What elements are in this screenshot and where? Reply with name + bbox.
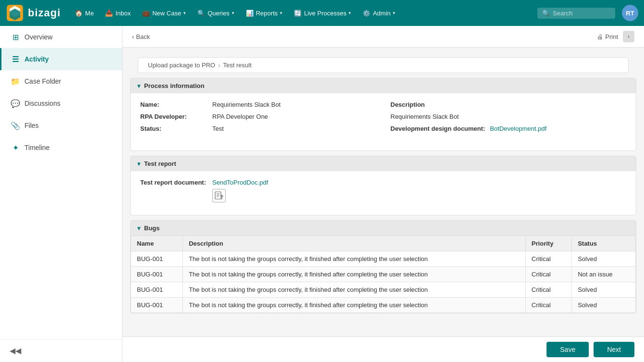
- sidebar-item-timeline[interactable]: ✦ Timeline: [0, 137, 122, 159]
- process-info-title: Process information: [144, 82, 205, 89]
- nav-me-label: Me: [85, 10, 94, 17]
- gear-icon: ⚙️: [363, 10, 370, 17]
- description-value: Requiriements Slack Bot: [390, 113, 459, 120]
- bug-status-1: Not an issue: [572, 267, 636, 282]
- bugs-header-row: Name Description Priority Status: [131, 236, 636, 251]
- nav-queries[interactable]: 🔍 Queries ▾: [193, 7, 239, 20]
- sidebar-activity-label: Activity: [24, 55, 49, 63]
- table-row[interactable]: BUG-001 The bot is not taking the groups…: [131, 251, 636, 267]
- sidebar-item-activity[interactable]: ☰ Activity: [0, 48, 122, 70]
- sidebar-item-files[interactable]: 📎 Files: [0, 114, 122, 137]
- reports-caret: ▾: [280, 11, 282, 15]
- test-report-header: ▾ Test report: [131, 156, 636, 171]
- table-row[interactable]: BUG-001 The bot is not taking the groups…: [131, 267, 636, 282]
- next-button[interactable]: Next: [594, 342, 634, 357]
- nav-new-case-label: New Case: [152, 10, 181, 17]
- bug-desc-2: The bot is not taking the groups correct…: [183, 282, 526, 298]
- logo[interactable]: bizagi: [6, 4, 61, 22]
- sidebar-files-label: Files: [24, 122, 39, 129]
- test-report-doc-label: Test report document:: [140, 179, 207, 186]
- search-bar: 🔍: [537, 8, 615, 19]
- design-doc-link[interactable]: BotDevelopment.pdf: [490, 125, 547, 132]
- inbox-icon: 📥: [105, 10, 113, 17]
- sidebar: ⊞ Overview ☰ Activity 📁 Case Folder 💬 Di…: [0, 26, 122, 362]
- bugs-table-body: BUG-001 The bot is not taking the groups…: [131, 251, 636, 313]
- sidebar-item-case-folder[interactable]: 📁 Case Folder: [0, 70, 122, 92]
- test-report-body: Test report document: SendToProdDoc.pdf: [131, 171, 636, 215]
- sidebar-item-overview[interactable]: ⊞ Overview: [0, 26, 122, 48]
- bug-priority-1: Critical: [525, 267, 571, 282]
- bug-name-3: BUG-001: [131, 298, 183, 313]
- process-info-left: Name: Requiriements Slack Bot RPA Develo…: [140, 101, 376, 137]
- bug-name-0: BUG-001: [131, 251, 183, 267]
- collapse-sidebar-button[interactable]: ◀◀: [10, 347, 21, 355]
- search-input[interactable]: [553, 10, 610, 17]
- bugs-table: Name Description Priority Status BUG-001…: [131, 236, 636, 313]
- queries-caret: ▾: [232, 11, 234, 15]
- upload-button[interactable]: [212, 189, 226, 202]
- design-doc-field: Development design document: BotDevelopm…: [390, 125, 626, 132]
- nav-new-case[interactable]: 💼 New Case ▾: [137, 7, 191, 20]
- bugs-toggle[interactable]: ▾: [137, 225, 140, 232]
- back-label: Back: [136, 33, 150, 40]
- back-button[interactable]: ‹ Back: [132, 33, 150, 40]
- nav-admin[interactable]: ⚙️ Admin ▾: [358, 7, 400, 20]
- collapse-panel-button[interactable]: ›: [623, 31, 634, 42]
- name-field: Name: Requiriements Slack Bot: [140, 101, 376, 108]
- col-status: Status: [572, 236, 636, 251]
- bugs-section: ▾ Bugs Name Description Priority Status: [130, 220, 636, 313]
- refresh-icon: 🔄: [294, 10, 302, 17]
- home-icon: 🏠: [75, 10, 83, 17]
- table-row[interactable]: BUG-001 The bot is not taking the groups…: [131, 282, 636, 298]
- status-value: Test: [212, 125, 224, 132]
- print-icon: 🖨: [597, 33, 603, 40]
- bug-priority-3: Critical: [525, 298, 571, 313]
- process-info-toggle[interactable]: ▾: [137, 83, 140, 89]
- status-label: Status:: [140, 125, 207, 132]
- status-field: Status: Test: [140, 125, 376, 132]
- test-report-doc-link[interactable]: SendToProdDoc.pdf: [212, 179, 268, 186]
- bug-desc-0: The bot is not taking the groups correct…: [183, 251, 526, 267]
- process-info-row: Name: Requiriements Slack Bot RPA Develo…: [140, 101, 626, 137]
- process-info-body: Name: Requiriements Slack Bot RPA Develo…: [131, 93, 636, 150]
- print-button[interactable]: 🖨 Print: [597, 33, 618, 40]
- breadcrumb-part-2: Test result: [223, 62, 252, 69]
- content-area: ‹ Back 🖨 Print › Upload package to PRO ›…: [122, 26, 644, 362]
- sidebar-timeline-label: Timeline: [24, 144, 49, 151]
- nav-inbox[interactable]: 📥 Inbox: [100, 7, 135, 20]
- bug-priority-0: Critical: [525, 251, 571, 267]
- list-icon: ☰: [11, 55, 20, 63]
- logo-text: bizagi: [28, 7, 61, 19]
- nav-live-processes[interactable]: 🔄 Live Processes ▾: [289, 7, 356, 20]
- briefcase-icon: 💼: [142, 10, 150, 17]
- rpa-dev-value: RPA Developer One: [212, 113, 268, 120]
- design-doc-label: Development design document:: [390, 125, 485, 132]
- process-info-section: ▾ Process information Name: Requiriement…: [130, 78, 636, 151]
- nav-inbox-label: Inbox: [115, 10, 131, 17]
- bug-priority-2: Critical: [525, 282, 571, 298]
- nav-queries-label: Queries: [207, 10, 230, 17]
- nav-reports[interactable]: 📊 Reports ▾: [241, 7, 288, 20]
- search-icon: 🔍: [542, 10, 550, 17]
- bug-name-1: BUG-001: [131, 267, 183, 282]
- sidebar-item-discussions[interactable]: 💬 Discussions: [0, 92, 122, 114]
- bug-status-0: Solved: [572, 251, 636, 267]
- avatar[interactable]: RT: [622, 5, 638, 21]
- col-name: Name: [131, 236, 183, 251]
- col-description: Description: [183, 236, 526, 251]
- save-button[interactable]: Save: [547, 342, 589, 357]
- table-row[interactable]: BUG-001 The bot is not taking the groups…: [131, 298, 636, 313]
- new-case-caret: ▾: [183, 11, 186, 15]
- bug-status-3: Solved: [572, 298, 636, 313]
- rpa-dev-label: RPA Developer:: [140, 113, 207, 120]
- live-processes-caret: ▾: [349, 11, 351, 15]
- nav-reports-label: Reports: [256, 10, 278, 17]
- folder-icon: 📁: [11, 77, 20, 86]
- test-report-toggle[interactable]: ▾: [137, 161, 140, 167]
- chart-icon: 📊: [246, 10, 254, 17]
- nav-me[interactable]: 🏠 Me: [70, 7, 98, 20]
- upload-icon: [215, 191, 223, 200]
- bug-desc-1: The bot is not taking the groups correct…: [183, 267, 526, 282]
- sidebar-case-folder-label: Case Folder: [24, 77, 61, 85]
- grid-icon: ⊞: [11, 33, 20, 41]
